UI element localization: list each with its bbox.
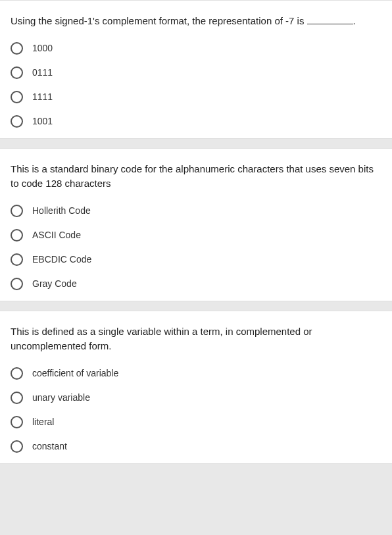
option-4[interactable]: 1001 bbox=[11, 115, 381, 128]
option-4[interactable]: Gray Code bbox=[11, 278, 381, 290]
question-card-2: This is a standard binary code for the a… bbox=[0, 148, 392, 301]
question-text-post: . bbox=[353, 15, 356, 26]
options-group: 1000 0111 1111 1001 bbox=[11, 42, 381, 128]
option-label: EBCDIC Code bbox=[32, 254, 91, 265]
option-label: 1111 bbox=[32, 91, 53, 102]
radio-icon bbox=[11, 115, 23, 128]
option-label: Gray Code bbox=[32, 278, 77, 289]
radio-icon bbox=[11, 42, 23, 55]
question-card-3: This is defined as a single variable wit… bbox=[0, 311, 392, 464]
option-label: literal bbox=[32, 417, 54, 427]
radio-icon bbox=[11, 278, 23, 290]
question-text-pre: This is a standard binary code for the a… bbox=[11, 163, 374, 190]
question-text: Using the signed-1's complement format, … bbox=[11, 14, 381, 29]
option-3[interactable]: literal bbox=[11, 416, 381, 428]
question-text: This is a standard binary code for the a… bbox=[11, 162, 381, 191]
option-2[interactable]: ASCII Code bbox=[11, 229, 381, 242]
option-label: 1000 bbox=[32, 43, 53, 53]
option-label: Hollerith Code bbox=[32, 205, 91, 216]
radio-icon bbox=[11, 253, 23, 266]
option-4[interactable]: constant bbox=[11, 440, 381, 453]
radio-icon bbox=[11, 392, 23, 404]
question-card-1: Using the signed-1's complement format, … bbox=[0, 0, 392, 139]
question-text-pre: Using the signed-1's complement format, … bbox=[11, 15, 307, 26]
question-text-pre: This is defined as a single variable wit… bbox=[11, 326, 312, 352]
option-label: ASCII Code bbox=[32, 230, 81, 240]
radio-icon bbox=[11, 367, 23, 380]
blank bbox=[307, 24, 353, 24]
option-1[interactable]: Hollerith Code bbox=[11, 205, 381, 217]
option-label: coefficient of variable bbox=[32, 368, 118, 378]
option-1[interactable]: 1000 bbox=[11, 42, 381, 55]
options-group: Hollerith Code ASCII Code EBCDIC Code Gr… bbox=[11, 205, 381, 290]
radio-icon bbox=[11, 91, 23, 103]
radio-icon bbox=[11, 416, 23, 428]
option-2[interactable]: unary variable bbox=[11, 392, 381, 404]
option-1[interactable]: coefficient of variable bbox=[11, 367, 381, 380]
option-2[interactable]: 0111 bbox=[11, 66, 381, 79]
option-3[interactable]: EBCDIC Code bbox=[11, 253, 381, 266]
radio-icon bbox=[11, 66, 23, 79]
radio-icon bbox=[11, 229, 23, 242]
question-text: This is defined as a single variable wit… bbox=[11, 324, 381, 354]
option-label: unary variable bbox=[32, 392, 90, 403]
option-label: 0111 bbox=[32, 67, 53, 78]
option-3[interactable]: 1111 bbox=[11, 91, 381, 103]
radio-icon bbox=[11, 205, 23, 217]
option-label: constant bbox=[32, 441, 67, 451]
options-group: coefficient of variable unary variable l… bbox=[11, 367, 381, 453]
option-label: 1001 bbox=[32, 116, 53, 126]
radio-icon bbox=[11, 440, 23, 453]
